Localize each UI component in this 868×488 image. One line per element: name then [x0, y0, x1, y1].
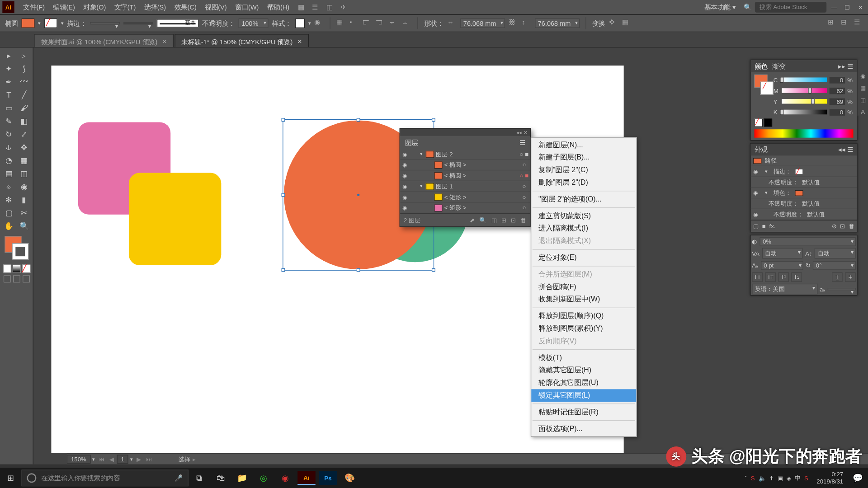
nav-first-icon[interactable]: ⏮ [96, 456, 107, 463]
context-menu-item[interactable]: 拼合图稿(F) [531, 281, 636, 293]
context-menu-item[interactable]: 释放到图层(顺序)(Q) [531, 310, 636, 323]
layer-name[interactable]: 图层 2 [436, 150, 518, 158]
graph-tool[interactable]: ▮ [16, 193, 32, 206]
context-menu-item[interactable]: 轮廓化其它图层(U) [531, 377, 636, 389]
panel-icon[interactable]: ▦ [859, 84, 867, 92]
gradient-tab[interactable]: 渐变 [772, 62, 785, 71]
canvas[interactable]: 150% ▾ ⏮ ◀ 1 ▾ ▶ ⏭ 选择 ▸ [33, 48, 868, 465]
stock-search-input[interactable]: 搜索 Adobe Stock [755, 2, 826, 13]
language-dropdown[interactable]: 英语：美国 [752, 284, 817, 295]
layer-row[interactable]: ◉< 椭圆 >○ [400, 160, 530, 170]
rectangle-tool[interactable]: ▭ [1, 101, 17, 114]
context-menu-item[interactable]: 释放到图层(累积)(Y) [531, 323, 636, 335]
store-icon[interactable]: 🛍 [210, 468, 231, 488]
eyedropper-tool[interactable]: ⟐ [1, 180, 17, 193]
delete-icon[interactable]: 🗑 [520, 217, 526, 224]
hand-tool[interactable]: ✋ [1, 219, 17, 232]
system-tray[interactable]: ˄ S 🔈 ⬆ ▣ ◈ 中 S [740, 474, 813, 482]
slice-tool[interactable]: ✂ [16, 206, 32, 219]
duplicate-icon[interactable]: ⊡ [840, 223, 845, 230]
collapse-icon[interactable]: ◂◂ [516, 130, 521, 135]
blend-tool[interactable]: ◉ [16, 180, 32, 193]
menu-type[interactable]: 文字(T) [110, 3, 140, 12]
layer-name[interactable]: 图层 1 [436, 182, 518, 190]
layer-row[interactable]: ◉▾图层 1○ [400, 181, 530, 192]
new-layer-icon[interactable]: ⊡ [511, 217, 516, 224]
line-tool[interactable]: ╱ [16, 88, 32, 101]
arrange-icon[interactable]: ⊞ [828, 19, 837, 28]
draw-inside-icon[interactable] [22, 275, 29, 282]
toolbar-icon[interactable]: ◫ [324, 2, 335, 13]
app-icon[interactable]: 🎨 [339, 468, 360, 488]
transform-icon[interactable]: ✥ [609, 19, 618, 28]
maximize-icon[interactable]: ☐ [842, 2, 853, 13]
dropdown-icon[interactable]: ▾ [38, 21, 40, 26]
menu-window[interactable]: 窗口(W) [231, 3, 263, 12]
visibility-icon[interactable]: ◉ [400, 205, 410, 211]
photoshop-taskbar-icon[interactable]: Ps [319, 471, 337, 485]
none-swatch[interactable]: ╱ [755, 118, 763, 127]
panel-menu-icon[interactable]: ◂◂ ☰ [838, 145, 853, 153]
notifications-icon[interactable]: 💬 [847, 468, 868, 488]
shape-builder-tool[interactable]: ◔ [1, 154, 17, 167]
ime-indicator[interactable]: 中 [795, 474, 801, 482]
context-menu-item[interactable]: 锁定其它图层(L) [531, 389, 636, 402]
color-tab[interactable]: 颜色 [755, 62, 768, 71]
stroke-swatch[interactable]: ╱ [44, 19, 57, 28]
artboard-tool[interactable]: ▢ [1, 206, 17, 219]
dropdown-icon[interactable]: ▾ [61, 21, 63, 26]
k-value[interactable]: 0 [830, 109, 845, 116]
context-menu-item[interactable]: 复制"图层 2"(C) [531, 164, 636, 177]
locate-icon[interactable]: ⬈ [470, 217, 475, 224]
close-tab-icon[interactable]: ✕ [162, 39, 167, 45]
width-tool[interactable]: ⫝ [1, 141, 17, 154]
align-icon[interactable]: ⫠ [402, 19, 411, 28]
allcaps-button[interactable]: TT [752, 272, 763, 282]
layer-row[interactable]: ◉▾图层 2○ ■ [400, 149, 530, 160]
layer-row[interactable]: ◉< 矩形 >○ [400, 192, 530, 203]
clear-icon[interactable]: ⊘ [832, 223, 837, 230]
antialias-dropdown[interactable] [828, 288, 856, 290]
rotation-dropdown[interactable]: 0° [813, 261, 856, 270]
explorer-icon[interactable]: 📁 [231, 468, 253, 488]
tray-icon[interactable]: S [804, 475, 808, 482]
superscript-button[interactable]: T¹ [778, 272, 789, 282]
arrange-icon[interactable]: ⊟ [841, 19, 850, 28]
add-fill-icon[interactable]: ■ [762, 223, 766, 230]
context-menu-item[interactable]: 收集到新图层中(W) [531, 293, 636, 306]
paintbrush-tool[interactable]: 🖌 [16, 101, 32, 114]
visibility-icon[interactable]: ◉ [400, 183, 410, 189]
mesh-tool[interactable]: ▤ [1, 167, 17, 180]
context-menu-item[interactable]: 面板选项(P)... [531, 422, 636, 435]
recolor-icon[interactable]: ◉ [314, 19, 324, 28]
start-button[interactable]: ⊞ [0, 468, 21, 488]
nav-last-icon[interactable]: ⏭ [144, 456, 155, 463]
layer-row[interactable]: ◉< 椭圆 >○ ■ [400, 170, 530, 181]
target-icon[interactable]: ○ [518, 204, 530, 211]
scale-tool[interactable]: ⤢ [16, 127, 32, 141]
baseline-dropdown[interactable]: 0 pt [761, 261, 804, 270]
tray-icon[interactable]: ⬆ [769, 475, 774, 482]
panel-menu-icon[interactable]: ▸▸ ☰ [838, 62, 853, 70]
tray-icon[interactable]: ▣ [778, 475, 783, 482]
target-icon[interactable]: ○ [518, 161, 530, 168]
visibility-icon[interactable]: ◉ [400, 194, 410, 200]
menu-view[interactable]: 视图(V) [201, 3, 231, 12]
menu-help[interactable]: 帮助(H) [263, 3, 294, 12]
menu-effect[interactable]: 效果(C) [170, 3, 201, 12]
profile-dropdown[interactable] [123, 22, 153, 24]
fill-swatch[interactable] [795, 190, 803, 196]
context-menu-item[interactable]: "图层 2"的选项(O)... [531, 193, 636, 206]
subscript-button[interactable]: T₁ [791, 272, 802, 282]
context-menu-item[interactable]: 删除"图层 2"(D) [531, 176, 636, 189]
fill-swatch[interactable] [21, 19, 34, 28]
eraser-tool[interactable]: ◧ [16, 114, 32, 127]
type-tool[interactable]: T [1, 88, 17, 101]
toolbar-icon[interactable]: ▦ [295, 2, 306, 13]
target-icon[interactable]: ○ ■ [518, 151, 530, 158]
context-menu-item[interactable]: 进入隔离模式(I) [531, 222, 636, 235]
menu-file[interactable]: 文件(F) [19, 3, 49, 12]
visibility-icon[interactable]: ◉ [400, 151, 410, 157]
panel-icon[interactable]: ◫ [859, 95, 867, 103]
visibility-icon[interactable]: ◉ [753, 169, 761, 174]
